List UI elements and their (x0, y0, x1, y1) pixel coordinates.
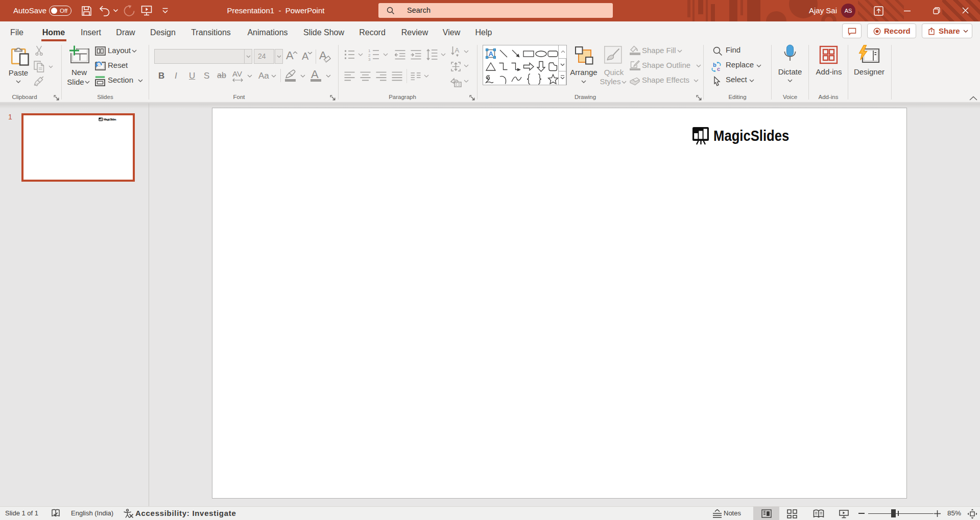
svg-text:b: b (713, 62, 716, 68)
svg-text:A: A (489, 50, 494, 58)
svg-text:MagicSlides: MagicSlides (104, 118, 117, 121)
svg-text:A: A (455, 46, 460, 54)
svg-text:3: 3 (368, 57, 371, 61)
svg-text:c: c (717, 66, 720, 72)
